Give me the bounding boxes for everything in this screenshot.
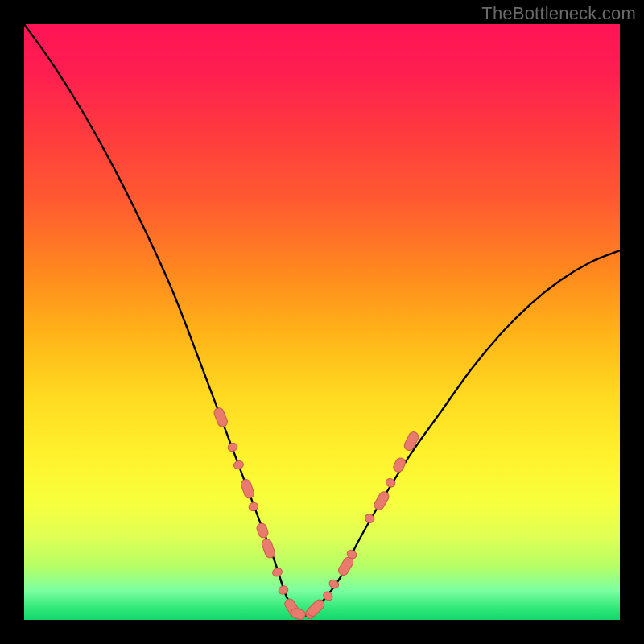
curve-marker xyxy=(213,407,229,428)
curve-marker xyxy=(373,490,390,512)
watermark-text: TheBottleneck.com xyxy=(481,3,636,24)
curve-marker xyxy=(277,584,289,596)
curve-marker xyxy=(233,460,245,470)
curve-marker xyxy=(255,522,269,539)
curve-marker xyxy=(240,478,255,500)
bottleneck-curve xyxy=(24,24,620,616)
curve-marker xyxy=(261,538,276,559)
curve-marker xyxy=(227,442,239,453)
curve-marker xyxy=(271,567,283,577)
curve-marker xyxy=(248,502,260,512)
curve-svg xyxy=(24,24,620,620)
curve-marker xyxy=(402,431,419,452)
curve-marker xyxy=(392,456,407,473)
plot-area xyxy=(24,24,620,620)
chart-frame: TheBottleneck.com xyxy=(0,0,644,644)
marker-group xyxy=(213,407,420,621)
